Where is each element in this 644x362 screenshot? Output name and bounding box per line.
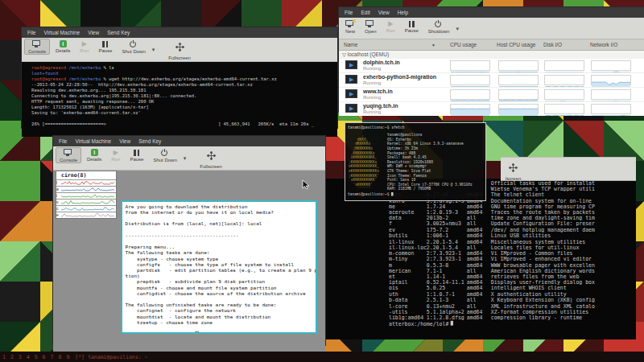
console-button[interactable]: Console [24, 39, 50, 55]
install-dialog-line [126, 239, 317, 245]
run-button[interactable]: ▶Run [382, 19, 399, 34]
terminal-text-segment: /mnt/exherbo [66, 76, 101, 81]
details-button-label: Details [56, 48, 70, 53]
package-description: Documentation system for on-line [491, 198, 592, 204]
workspace-tag-8[interactable]: 8 [56, 354, 64, 360]
menubar: FileVirtual MachineViewSend Key [22, 27, 337, 38]
package-row: m-tiny2:7.3.923-1amd64Vi IMproved - enha… [326, 256, 636, 261]
vm-row-www-tch-in[interactable]: ▶www.tch.inRunning [339, 88, 644, 102]
column-header-name[interactable]: Name [344, 42, 357, 47]
menu-manager-file[interactable]: File [341, 7, 357, 18]
menu-console2-view[interactable]: View [115, 136, 134, 146]
menu-console2-virtual-machine[interactable]: Virtual Machine [71, 136, 115, 146]
install-dialog-line: partdisk - edit partition tables (e.g., … [126, 268, 317, 274]
shutdown-button-label: Shutdown [428, 29, 450, 34]
menu-console2-send-key[interactable]: Send Key [134, 136, 165, 146]
plan9-install-dialog: Are you going to download the distributi… [121, 200, 317, 334]
install-dialog-line: systype - choose system type [126, 256, 317, 261]
package-version: 1:006-1 [427, 232, 448, 238]
package-row: il-linux2.20.1-5.4amd64Miscellaneous sys… [326, 239, 636, 245]
menu-manager-view[interactable]: View [374, 7, 394, 18]
menu-console1-virtual-machine[interactable]: Virtual Machine [39, 27, 84, 38]
shut-down-button[interactable]: Shut Down [118, 39, 149, 55]
package-description: Miscellaneous system utilities [491, 239, 585, 245]
details-info-icon: i [60, 40, 67, 47]
open-button-label: Open [365, 29, 377, 34]
vm-console-window-installer: FileVirtual MachineViewSend Key Consolei… [52, 135, 326, 346]
vm-row-dolphin-tch-in[interactable]: ▶dolphin.tch.inRunning [339, 59, 644, 73]
fullscreen-button[interactable]: lscreen [502, 159, 525, 182]
pause-button[interactable]: Pause [401, 19, 423, 34]
install-dialog-line: Are you going to download the distributi… [126, 204, 317, 209]
package-description: The telnet client [491, 191, 545, 197]
menu-manager-edit[interactable]: Edit [357, 7, 374, 18]
package-row: iptail0.52.14-11.1amd64Displays user-fri… [326, 280, 636, 286]
menu-console1-file[interactable]: File [23, 27, 39, 38]
pause-icon [409, 20, 415, 27]
vm-row-exherbo-python3-migration[interactable]: ▶exherbo-python3-migrationRunning [339, 73, 644, 88]
column-header-network-i-o[interactable]: Network I/O [590, 42, 617, 47]
package-description: WWW browsable pager with excellen [491, 262, 595, 268]
workspace-tag-7[interactable]: 7 [48, 354, 56, 360]
menu-console1-send-key[interactable]: Send Key [103, 27, 134, 38]
workspace-tag-5[interactable]: 5 [32, 354, 40, 360]
vm-monitor-icon: ▶ [345, 104, 357, 113]
install-dialog-line: prepdisk - subdivide plan 9 disk partiti… [126, 279, 317, 285]
package-name: lib1g:amd64 [389, 315, 423, 320]
terminal-text-segment: lost+found [31, 71, 58, 76]
usage-sparkline [592, 93, 630, 101]
pause-button[interactable]: Pause [94, 39, 116, 54]
monitor-graph [61, 180, 114, 185]
menu-console1-view[interactable]: View [84, 27, 103, 38]
shutdown-button[interactable]: Shutdown [424, 19, 454, 35]
package-description: Update Configuration File: preser [491, 221, 595, 227]
install-dialog-line: Task to do [confignet]: [126, 331, 317, 334]
run-button[interactable]: ▶Run [76, 39, 93, 54]
fullscreen-button[interactable]: Fullscreen [196, 147, 226, 170]
vm-row-yuqing-tch-in[interactable]: ▶yuqing.tch.inRunning [339, 102, 644, 116]
shut-down-button[interactable]: Shut Down [149, 147, 180, 163]
menu-manager-help[interactable]: Help [394, 7, 412, 18]
shut-down-menu-caret[interactable]: ▾ [152, 47, 155, 53]
details-button[interactable]: iDetails [52, 39, 74, 54]
package-arch: amd64 [467, 239, 483, 245]
package-version: 1.14-1 [427, 274, 445, 279]
expander-icon[interactable]: ▽ [342, 51, 346, 57]
fullscreen-button-label: Fullscreen [168, 56, 191, 60]
system-info-line: RAM: 2181MB / 7950MB [387, 187, 473, 191]
column-header-host-cpu-usage[interactable]: Host CPU usage [497, 42, 535, 47]
sfetch-terminal-window[interactable]: tanami@pavilions:~$ sfetch , dKKO, dKKKK… [345, 122, 486, 201]
layout-indicator[interactable]: [*] [72, 354, 88, 360]
workspace-tag-4[interactable]: 4 [24, 354, 32, 360]
host-group-row[interactable]: ▽ localhost (QEMU) [339, 51, 644, 59]
pause-button[interactable]: Pause [126, 147, 147, 162]
usage-sparkline [545, 93, 584, 101]
console-button-label: Console [28, 49, 46, 54]
workspace-tag-1[interactable]: 1 [0, 354, 8, 360]
menu-console2-file[interactable]: File [55, 136, 71, 146]
vm-console-display[interactable]: root@agresscd /mnt/exherbo % lslost+foun… [22, 62, 337, 137]
details-button[interactable]: iDetails [83, 147, 105, 162]
workspace-tag-9[interactable]: 9 [64, 354, 72, 360]
fullscreen-button[interactable]: Fullscreen [164, 39, 195, 61]
open-button[interactable]: Open [361, 19, 381, 35]
column-header-cpu-usage[interactable]: CPU usage [450, 42, 477, 47]
column-header-disk-i-o[interactable]: Disk I/O [543, 42, 562, 47]
workspace-tag-3[interactable]: 3 [16, 354, 24, 360]
new-button[interactable]: New [341, 19, 359, 35]
vm-console-display[interactable]: cirno(8) laisce Are you going to downloa… [53, 171, 325, 355]
console-button[interactable]: Console [56, 147, 81, 163]
shut-down-menu-caret[interactable]: ▾ [184, 155, 187, 162]
workspace-tag-6[interactable]: 6 [40, 354, 48, 360]
package-list-terminal[interactable]: Official tasks used for installatWietse … [326, 179, 636, 339]
run-button[interactable]: ▶Run [107, 147, 124, 162]
sort-indicator-icon[interactable]: ▼ [431, 43, 436, 47]
shutdown-menu-caret[interactable]: ▾ [456, 26, 459, 32]
package-version: 0.52.14-11.1 [427, 280, 464, 286]
package-row: l-core0.13+nmu2allXML infrastructure and… [326, 303, 636, 309]
workspace-tag-2[interactable]: 2 [8, 354, 16, 360]
vm-monitor-icon: ▶ [345, 60, 357, 69]
package-name: ev [389, 227, 395, 232]
vm-disk-spark-cell [544, 89, 584, 100]
vm-running-play-icon: ▶ [349, 105, 353, 112]
